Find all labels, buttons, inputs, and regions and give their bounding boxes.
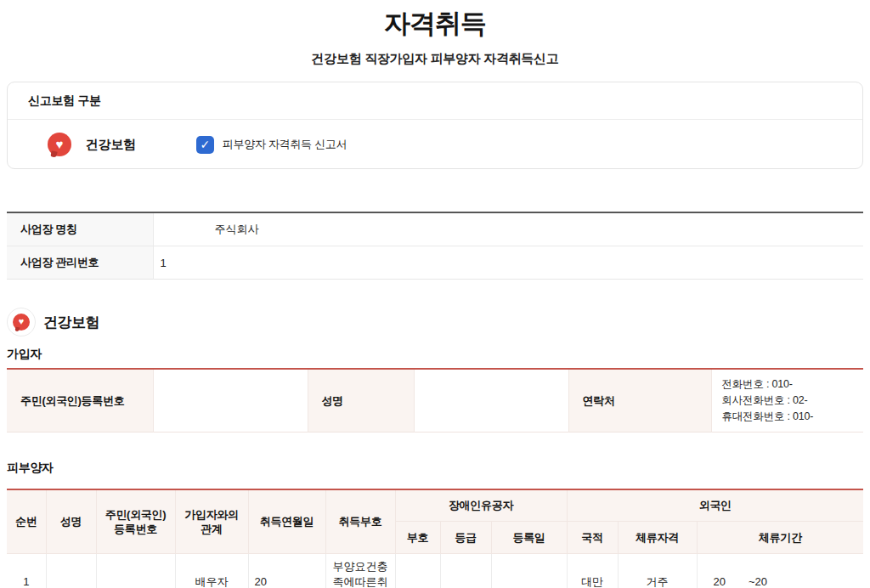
workplace-mgmt-number-label: 사업장 관리번호 [7,246,153,280]
dependent-name [46,553,96,588]
company-phone-number: 회사전화번호 : 02- [722,393,854,409]
col-header-name: 성명 [46,489,96,553]
dependent-dis-grade [440,553,491,588]
section-icon-circle: ♥ [7,308,36,336]
checkmark-icon: ✓ [200,139,210,150]
col-header-sn: 순번 [7,489,46,553]
subscriber-rrn-label: 주민(외국인)등록번호 [7,369,153,433]
subscriber-heading: 가입자 [7,347,870,362]
subscriber-contact-value: 전화번호 : 010- 회사전화번호 : 02- 휴대전화번호 : 010- [711,369,863,433]
report-type-panel-title: 신고보험 구분 [8,82,862,120]
dependent-sn: 1 [7,553,46,588]
col-header-stay-status: 체류자격 [618,521,697,553]
health-insurance-heart-icon: ♥ [13,314,30,331]
col-header-dis-grade: 등급 [440,521,491,553]
health-insurance-section-header: ♥ 건강보험 [7,308,870,336]
table-row: 사업장 명칭 주식회사 [7,212,863,246]
report-type-panel-body: ♥ 건강보험 ✓ 피부양자 자격취득 신고서 [8,120,862,168]
dependent-nationality: 대만 [567,553,618,588]
stay-period-to: ~20 [749,574,767,588]
workplace-name-value: 주식회사 [153,212,863,246]
dependent-relation: 배우자 [175,553,248,588]
dependent-rrn [96,553,175,588]
table-header-row: 순번 성명 주민(외국인) 등록번호 가입자와의 관계 취득연월일 취득부호 장… [7,489,863,521]
dependents-heading: 피부양자 [7,461,870,476]
col-group-disabled: 장애인유공자 [395,489,567,521]
mobile-phone-number: 휴대전화번호 : 010- [722,409,854,425]
col-header-relation: 가입자와의 관계 [175,489,248,553]
subscriber-rrn-value [153,369,308,433]
section-title: 건강보험 [43,313,99,332]
dependent-dis-regdate [491,553,567,588]
col-header-acq-code: 취득부호 [325,489,395,553]
table-row: 사업장 관리번호 1 [7,246,863,280]
insurance-name-label: 건강보험 [86,137,136,153]
workplace-name-label: 사업장 명칭 [7,212,153,246]
dependent-stay-period: 20 ~20 [697,553,863,588]
dependent-report-checkbox[interactable]: ✓ [196,136,214,154]
report-type-panel: 신고보험 구분 ♥ 건강보험 ✓ 피부양자 자격취득 신고서 [7,82,863,169]
workplace-info-table: 사업장 명칭 주식회사 사업장 관리번호 1 [7,212,863,280]
heart-icon: ♥ [19,317,25,326]
table-row: 주민(외국인)등록번호 성명 연락처 전화번호 : 010- 회사전화번호 : … [7,369,863,433]
dependent-acq-code: 부양요건충족에따른취득 [325,553,395,588]
heart-icon: ♥ [56,138,64,150]
dependent-row: 1 배우자 20 부양요건충족에따른취득 대만 거주 20 ~20 [7,553,863,588]
dependent-stay-status: 거주 [618,553,697,588]
col-header-dis-regdate: 등록일 [491,521,567,553]
page-subtitle: 건강보험 직장가입자 피부양자 자격취득신고 [0,51,870,67]
dependent-dis-code [395,553,440,588]
page-header: 자격취득 건강보험 직장가입자 피부양자 자격취득신고 [0,0,870,67]
page-title: 자격취득 [0,6,870,42]
col-header-rrn: 주민(외국인) 등록번호 [96,489,175,553]
subscriber-name-label: 성명 [308,369,414,433]
phone-number: 전화번호 : 010- [722,376,854,393]
health-insurance-heart-icon: ♥ [48,133,71,156]
col-group-foreigner: 외국인 [567,489,863,521]
subscriber-contact-label: 연락처 [568,369,711,433]
col-header-acq-date: 취득연월일 [248,489,325,553]
subscriber-table: 주민(외국인)등록번호 성명 연락처 전화번호 : 010- 회사전화번호 : … [7,368,863,433]
col-header-dis-code: 부호 [395,521,440,553]
stay-period-from: 20 [714,574,726,588]
col-header-stay-period: 체류기간 [697,521,863,553]
dependents-table: 순번 성명 주민(외국인) 등록번호 가입자와의 관계 취득연월일 취득부호 장… [7,489,863,588]
subscriber-name-value [414,369,568,433]
workplace-mgmt-number-value: 1 [153,246,863,280]
dependent-acq-date: 20 [248,553,325,588]
col-header-nationality: 국적 [567,521,618,553]
dependent-report-checkbox-label[interactable]: 피부양자 자격취득 신고서 [223,137,347,152]
